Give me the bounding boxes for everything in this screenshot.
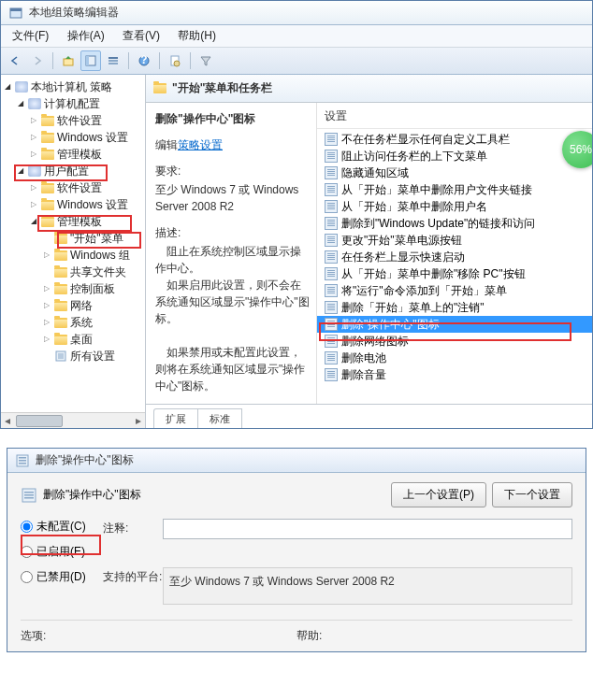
policy-item-icon [325,267,338,280]
forward-btn[interactable] [27,50,48,71]
tree-item[interactable]: ▷系统 [3,314,143,331]
tree-item[interactable]: ▷网络 [3,297,143,314]
back-btn[interactable] [5,50,25,71]
up-btn[interactable] [58,50,79,71]
tree-item[interactable]: ▷控制面板 [3,280,143,297]
edit-policy-link[interactable]: 策略设置 [178,138,223,151]
tree-toggle-icon[interactable]: ◢ [3,79,12,95]
setting-item[interactable]: 隐藏通知区域 [317,164,592,181]
setting-item-label: 从「开始」菜单中删除用户名 [341,199,487,215]
setting-item[interactable]: 删除音量 [317,366,592,383]
settings-list[interactable]: 不在任务栏显示任何自定义工具栏阻止访问任务栏的上下文菜单隐藏通知区域从「开始」菜… [317,129,592,385]
radio-disabled[interactable]: 已禁用(D) [21,569,103,585]
settings-column: 56% 设置 不在任务栏显示任何自定义工具栏阻止访问任务栏的上下文菜单隐藏通知区… [317,103,592,404]
tree-toggle-icon[interactable]: ▷ [29,179,38,196]
radio-not-configured-input[interactable] [21,521,33,533]
tree-item[interactable]: "开始"菜单 [3,230,143,247]
menu-file[interactable]: 文件(F) [5,27,56,44]
setting-item-label: 隐藏通知区域 [341,165,409,181]
menu-action[interactable]: 操作(A) [60,27,112,44]
radio-disabled-label: 已禁用(D) [36,569,86,585]
tree-toggle-icon[interactable]: ▷ [42,314,51,331]
help-btn[interactable]: ? [134,50,154,71]
setting-item[interactable]: 阻止访问任务栏的上下文菜单 [317,148,592,164]
tree-toggle-icon[interactable]: ▷ [29,129,38,146]
tree-item[interactable]: ◢本地计算机 策略 [3,79,143,95]
tree-item[interactable]: ▷Windows 组 [3,247,143,264]
tree-item[interactable]: 共享文件夹 [3,264,143,280]
folder-icon [40,148,55,161]
tree-item[interactable]: ◢管理模板 [3,213,143,230]
setting-item-label: 将"运行"命令添加到「开始」菜单 [341,283,507,299]
comment-input[interactable] [163,519,572,539]
setting-item[interactable]: 删除「开始」菜单上的"注销" [317,299,592,316]
properties-btn[interactable] [165,50,185,71]
tree-item-label: 网络 [70,297,93,314]
tab-standard[interactable]: 标准 [197,408,242,428]
setting-item[interactable]: 删除"操作中心"图标 [317,316,592,333]
tree-item[interactable]: ▷桌面 [3,331,143,348]
settings-icon [53,350,68,363]
setting-item[interactable]: 不在任务栏显示任何自定义工具栏 [317,131,592,148]
tree-item-label: 软件设置 [57,112,102,129]
tree[interactable]: ◢本地计算机 策略◢计算机配置▷软件设置▷Windows 设置▷管理模板◢用户配… [1,75,145,368]
setting-item[interactable]: 删除网络图标 [317,333,592,350]
tree-toggle-icon[interactable]: ▷ [42,297,51,314]
tree-item[interactable]: 所有设置 [3,348,143,364]
setting-item[interactable]: 删除电池 [317,350,592,366]
tree-scrollbar[interactable]: ◂ ▸ [1,412,145,428]
tree-item[interactable]: ◢计算机配置 [3,95,143,112]
filter-btn[interactable] [195,50,216,71]
tab-extended[interactable]: 扩展 [153,408,198,428]
tree-toggle-icon[interactable]: ▷ [42,280,51,297]
setting-item[interactable]: 将"运行"命令添加到「开始」菜单 [317,282,592,299]
setting-item[interactable]: 从「开始」菜单中删除用户名 [317,198,592,215]
options-label: 选项: [21,628,296,644]
tree-toggle-icon[interactable]: ◢ [16,163,25,179]
tree-toggle-icon[interactable]: ▷ [42,247,51,264]
svg-rect-4 [86,56,89,65]
setting-item[interactable]: 在任务栏上显示快速启动 [317,249,592,265]
setting-item[interactable]: 从「开始」菜单中删除"移除 PC"按钮 [317,265,592,282]
setting-item[interactable]: 更改"开始"菜单电源按钮 [317,232,592,249]
radio-disabled-input[interactable] [21,571,33,583]
titlebar[interactable]: 本地组策略编辑器 [1,1,592,25]
help-label: 帮助: [296,628,572,644]
tree-toggle-icon[interactable]: ▷ [29,196,38,213]
platform-text: 至少 Windows 7 或 Windows Server 2008 R2 [163,567,572,605]
details-btn[interactable] [103,50,123,71]
tree-item[interactable]: ▷软件设置 [3,112,143,129]
next-setting-btn[interactable]: 下一个设置 [492,482,572,507]
list-btn[interactable] [80,50,101,71]
radio-enabled-input[interactable] [21,546,33,558]
tree-item-label: Windows 组 [70,247,130,264]
dialog-title: 删除"操作中心"图标 [36,452,134,468]
tree-item-label: 所有设置 [70,348,115,364]
setting-item[interactable]: 删除到"Windows Update"的链接和访问 [317,215,592,232]
menu-help[interactable]: 帮助(H) [170,27,224,44]
description-label: 描述: [155,224,311,241]
tree-item[interactable]: ▷管理模板 [3,146,143,163]
dialog-titlebar[interactable]: 删除"操作中心"图标 [7,449,586,473]
tree-item[interactable]: ▷Windows 设置 [3,129,143,146]
disc-icon [14,80,29,93]
prev-setting-btn[interactable]: 上一个设置(P) [391,482,486,507]
tree-item-label: 计算机配置 [44,95,100,112]
tree-item[interactable]: ▷Windows 设置 [3,196,143,213]
tree-item[interactable]: ◢用户配置 [3,163,143,179]
setting-item-label: 删除电池 [341,350,386,366]
tree-toggle-icon[interactable]: ◢ [29,213,38,230]
folder-icon [40,181,55,194]
tree-toggle-icon[interactable]: ▷ [42,331,51,348]
setting-item-label: 删除网络图标 [341,334,409,350]
tree-toggle-icon[interactable]: ◢ [16,95,25,112]
selected-setting-title: 删除"操作中心"图标 [155,110,311,127]
tree-toggle-icon[interactable]: ▷ [29,146,38,163]
radio-not-configured[interactable]: 未配置(C) [21,519,103,535]
menu-view[interactable]: 查看(V) [115,27,167,44]
radio-enabled[interactable]: 已启用(E) [21,544,103,560]
tree-toggle-icon[interactable]: ▷ [29,112,38,129]
tree-item-label: 控制面板 [70,280,115,297]
setting-item[interactable]: 从「开始」菜单中删除用户文件夹链接 [317,181,592,198]
tree-item[interactable]: ▷软件设置 [3,179,143,196]
